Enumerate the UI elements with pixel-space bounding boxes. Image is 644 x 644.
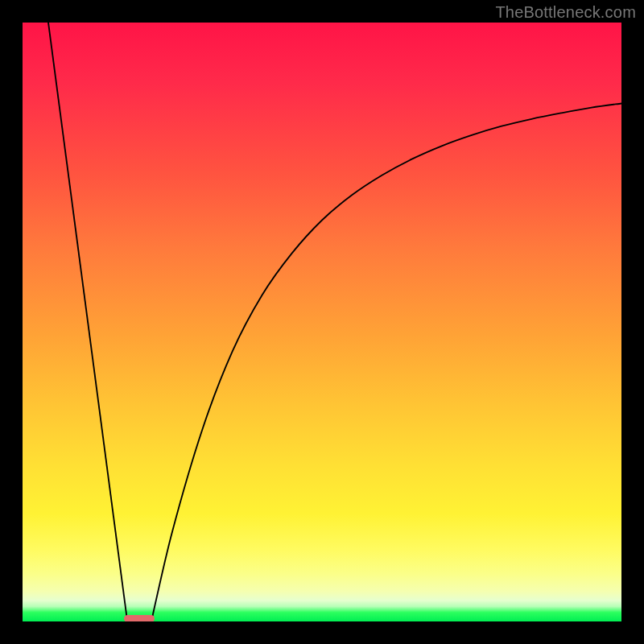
watermark-text: TheBottleneck.com	[495, 3, 636, 22]
curve-right-branch	[151, 103, 621, 621]
chart-frame: TheBottleneck.com	[0, 0, 644, 644]
curve-left-branch	[48, 23, 127, 621]
bottleneck-curve	[23, 23, 621, 621]
minimum-marker	[124, 615, 154, 621]
plot-area	[23, 23, 621, 621]
